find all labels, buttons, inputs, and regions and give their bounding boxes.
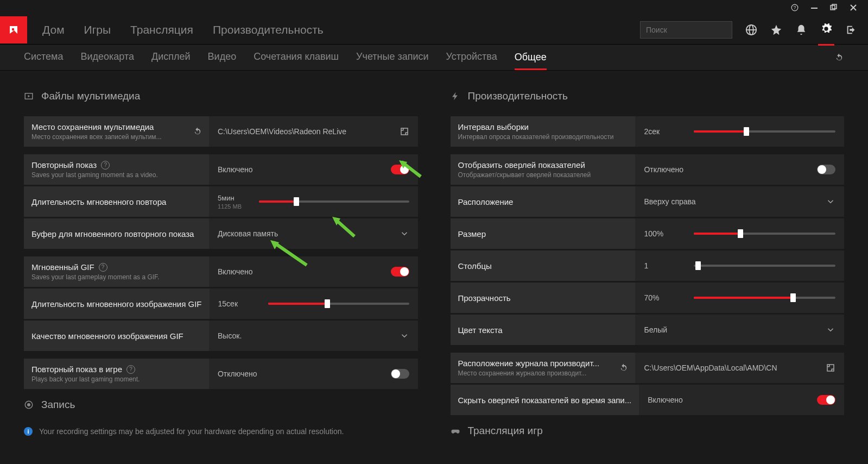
value-text: 5мин: [218, 194, 242, 202]
gear-icon[interactable]: [820, 23, 832, 35]
svg-rect-13: [401, 128, 408, 135]
section-media-title: Файлы мультимедиа: [41, 90, 140, 102]
chevron-down-icon[interactable]: [400, 331, 409, 341]
amd-logo[interactable]: [0, 16, 27, 43]
row-label: Отобразить оверлей показателей Отображае…: [451, 154, 636, 185]
row-label: Размер: [451, 218, 636, 249]
reset-icon[interactable]: [619, 363, 629, 373]
slider-interval[interactable]: [694, 130, 835, 133]
row-control[interactable]: C:\Users\OEM\AppData\Local\AMD\CN: [635, 353, 844, 383]
toggle-replay[interactable]: [391, 165, 409, 174]
open-folder-icon[interactable]: [400, 127, 409, 136]
row-label: Расположение: [451, 186, 636, 217]
section-gamestream-header: Трансляция игр: [451, 425, 845, 437]
nav-streaming[interactable]: Трансляция: [130, 23, 193, 36]
toggle-hide-overlay[interactable]: [817, 395, 835, 405]
value-text: 70%: [644, 293, 687, 302]
svg-rect-16: [827, 365, 834, 371]
svg-text:?: ?: [794, 5, 796, 10]
row-control[interactable]: Белый: [635, 315, 844, 345]
row-overlay: Отобразить оверлей показателей Отображае…: [451, 154, 845, 185]
star-icon[interactable]: [770, 24, 782, 36]
slider-size[interactable]: [694, 233, 835, 235]
subnav-hotkeys[interactable]: Сочетания клавиш: [254, 51, 339, 64]
lbl-title: Буфер для мгновенного повторного показа: [31, 229, 201, 239]
subnav-accounts[interactable]: Учетные записи: [356, 51, 428, 64]
lbl-title: Размер: [458, 229, 628, 239]
bell-icon[interactable]: [795, 24, 807, 36]
reset-icon[interactable]: [193, 127, 202, 136]
subnav: Система Видеокарта Дисплей Видео Сочетан…: [0, 45, 868, 71]
size-text: 1125 MB: [218, 203, 242, 210]
value-text: 100%: [644, 229, 687, 238]
row-control: 1: [635, 250, 844, 281]
chevron-down-icon[interactable]: [826, 325, 835, 335]
value-text: Включено: [648, 396, 810, 404]
close-icon[interactable]: [850, 4, 857, 11]
nav-games[interactable]: Игры: [84, 23, 111, 36]
row-control[interactable]: Высок.: [209, 321, 418, 351]
slider-columns[interactable]: [694, 265, 835, 267]
exit-icon[interactable]: [845, 24, 857, 36]
help-icon[interactable]: ?: [791, 4, 799, 11]
svg-point-15: [27, 403, 30, 406]
toggle-ingame-replay[interactable]: [391, 369, 409, 379]
row-control[interactable]: C:\Users\OEM\Videos\Radeon ReLive: [209, 116, 418, 147]
settings-icon-wrapper[interactable]: [820, 23, 832, 37]
row-media-save-location: Место сохранения мультимедиа Место сохра…: [24, 116, 418, 147]
row-gif-duration: Длительность мгновенного изображения GIF…: [24, 289, 418, 319]
row-interval: Интервал выборки Интервал опроса показат…: [451, 116, 845, 147]
value-text: Белый: [644, 325, 819, 334]
reset-all-icon[interactable]: [834, 53, 844, 62]
nav-home[interactable]: Дом: [42, 23, 65, 36]
subnav-system[interactable]: Система: [24, 51, 64, 64]
chevron-down-icon[interactable]: [400, 229, 409, 239]
web-icon[interactable]: [745, 24, 757, 36]
warning-text: Your recording settings may be adjusted …: [39, 427, 344, 436]
row-replay: Повторный показ? Saves your last gaming …: [24, 154, 418, 185]
toggle-overlay[interactable]: [817, 165, 835, 174]
lbl-title: Длительность мгновенного изображения GIF: [31, 299, 202, 309]
svg-rect-2: [811, 8, 818, 9]
slider-transparency[interactable]: [694, 297, 835, 299]
row-gif-quality: Качество мгновенного изображения GIF Выс…: [24, 321, 418, 351]
lbl-title: Расположение журнала производит...: [458, 359, 612, 368]
slider-replay-duration[interactable]: [259, 200, 409, 203]
help-icon[interactable]: ?: [99, 263, 107, 272]
nav-performance[interactable]: Производительность: [213, 23, 324, 36]
value-text: Вверху справа: [644, 197, 819, 206]
toggle-gif[interactable]: [391, 267, 409, 277]
row-control: Отключено: [209, 359, 418, 389]
row-control[interactable]: Вверху справа: [635, 186, 844, 217]
search-input[interactable]: [646, 26, 741, 34]
row-control: Включено: [639, 385, 844, 415]
help-icon[interactable]: ?: [101, 161, 110, 170]
subnav-video[interactable]: Видео: [208, 51, 237, 64]
subnav-display[interactable]: Дисплей: [151, 51, 191, 64]
open-folder-icon[interactable]: [826, 363, 835, 373]
section-perf-header: Производительность: [451, 90, 845, 102]
main-nav: Дом Игры Трансляция Производительность: [42, 23, 324, 36]
section-recording-title: Запись: [41, 399, 75, 411]
path-text: C:\Users\OEM\Videos\Radeon ReLive: [218, 127, 393, 136]
subnav-general[interactable]: Общее: [515, 52, 547, 70]
help-icon[interactable]: ?: [126, 365, 135, 374]
lbl-title: Мгновенный GIF?: [31, 262, 201, 272]
row-label: Прозрачность: [451, 283, 636, 313]
row-control[interactable]: Дисковая память: [209, 218, 418, 249]
subnav-gpu[interactable]: Видеокарта: [81, 51, 135, 64]
lbl-sub: Saves your last gameplay moment as a GIF…: [31, 273, 201, 281]
row-text-color: Цвет текста Белый: [451, 315, 845, 345]
path-text: C:\Users\OEM\AppData\Local\AMD\CN: [644, 363, 819, 372]
search-box[interactable]: [640, 21, 732, 39]
slider-gif-duration[interactable]: [268, 303, 409, 305]
minimize-icon[interactable]: [810, 4, 818, 11]
value-text: Отключено: [644, 165, 810, 174]
maximize-icon[interactable]: [830, 4, 838, 11]
row-columns: Столбцы 1: [451, 250, 845, 281]
subnav-devices[interactable]: Устройства: [446, 51, 497, 64]
chevron-down-icon[interactable]: [826, 197, 835, 206]
row-position: Расположение Вверху справа: [451, 186, 845, 217]
row-label: Столбцы: [451, 250, 636, 281]
lbl-title: Повторный показ?: [31, 160, 201, 170]
